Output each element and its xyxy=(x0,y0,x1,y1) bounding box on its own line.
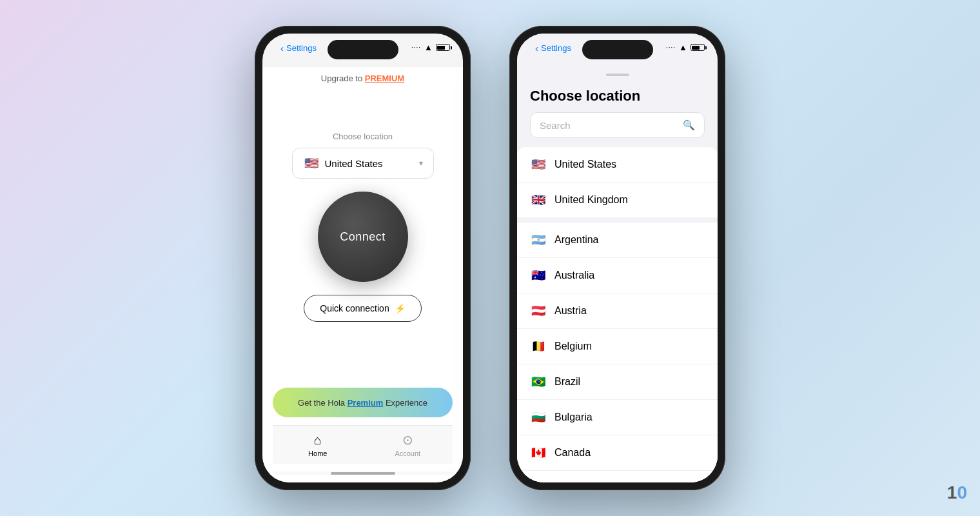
country-name-belgium: Belgium xyxy=(554,341,592,352)
country-name-austria: Austria xyxy=(554,305,587,317)
country-item-australia[interactable]: 🇦🇺 Australia xyxy=(517,258,718,293)
signal-bars-1: ···· xyxy=(411,44,421,51)
country-item-austria[interactable]: 🇦🇹 Austria xyxy=(517,293,718,329)
country-name-australia: Australia xyxy=(554,270,594,281)
lightning-icon: ⚡ xyxy=(395,303,406,313)
country-item-united-states[interactable]: 🇺🇸 United States xyxy=(517,147,718,183)
premium-label[interactable]: PREMIUM xyxy=(365,74,404,83)
dynamic-island-2 xyxy=(582,40,653,59)
upgrade-header: Upgrade to PREMIUM xyxy=(262,67,463,84)
flag-united-states: 🇺🇸 xyxy=(530,156,547,173)
wifi-icon-1: ▲ xyxy=(424,43,433,52)
home-icon: ⌂ xyxy=(314,433,322,448)
location-section: Choose location 🇺🇸 United States ▾ xyxy=(292,132,434,179)
watermark-dot: 0 xyxy=(957,482,967,502)
flag-united-kingdom: 🇬🇧 xyxy=(530,192,547,208)
flag-argentina: 🇦🇷 xyxy=(530,232,547,248)
wifi-icon-2: ▲ xyxy=(679,43,687,52)
search-icon: 🔍 xyxy=(683,119,695,131)
phone-1-footer: Get the Hola Premium Experience ⌂ Home ⊙… xyxy=(262,382,463,482)
all-countries: 🇦🇷 Argentina 🇦🇺 Australia 🇦🇹 Austria xyxy=(517,223,718,482)
country-name-argentina: Argentina xyxy=(554,234,599,246)
sheet-handle xyxy=(517,67,718,83)
country-item-united-kingdom[interactable]: 🇬🇧 United Kingdom xyxy=(517,183,718,217)
tab-home-label: Home xyxy=(308,450,327,457)
list-separator xyxy=(517,217,718,223)
premium-link[interactable]: Premium xyxy=(348,398,384,408)
battery-icon-1 xyxy=(436,44,450,51)
home-indicator-bar-1 xyxy=(331,472,395,475)
settings-back-label-1[interactable]: Settings xyxy=(286,43,317,53)
phone-1-main: Upgrade to PREMIUM Choose location 🇺🇸 Un… xyxy=(262,67,463,482)
quick-connection-button[interactable]: Quick connection ⚡ xyxy=(304,295,421,322)
flag-bulgaria: 🇧🇬 xyxy=(530,409,547,426)
country-item-bulgaria[interactable]: 🇧🇬 Bulgaria xyxy=(517,400,718,435)
pinned-countries: 🇺🇸 United States 🇬🇧 United Kingdom xyxy=(517,147,718,217)
choose-location-label: Choose location xyxy=(333,132,393,141)
quick-connection-label: Quick connection xyxy=(320,303,389,313)
dynamic-island-1 xyxy=(328,40,398,59)
phone-2-screen: ‹ Settings 16:23 ···· ▲ Choo xyxy=(517,34,718,482)
country-name-bulgaria: Bulgaria xyxy=(554,412,593,423)
premium-banner[interactable]: Get the Hola Premium Experience xyxy=(273,388,453,417)
search-bar[interactable]: Search 🔍 xyxy=(530,112,705,138)
back-arrow-2[interactable]: ‹ xyxy=(535,43,538,54)
banner-text: Get the Hola Premium Experience xyxy=(298,398,427,408)
selected-country: United States xyxy=(325,158,414,169)
flag-canada: 🇨🇦 xyxy=(530,444,547,461)
sheet-handle-bar xyxy=(606,74,629,76)
tab-account-label: Account xyxy=(395,450,420,457)
battery-icon-2 xyxy=(691,44,705,51)
flag-chile: 🇨🇱 xyxy=(530,480,547,482)
location-selector[interactable]: 🇺🇸 United States ▾ xyxy=(292,148,434,179)
country-name-united-kingdom: United Kingdom xyxy=(554,194,628,206)
flag-belgium: 🇧🇪 xyxy=(530,338,547,355)
back-arrow-1[interactable]: ‹ xyxy=(280,43,284,54)
watermark: 10 xyxy=(947,482,967,503)
search-placeholder: Search xyxy=(540,120,678,131)
connect-label: Connect xyxy=(340,230,386,244)
home-indicator-1 xyxy=(273,471,453,475)
country-name-united-states: United States xyxy=(554,159,616,170)
flag-austria: 🇦🇹 xyxy=(530,303,547,319)
phone-1-body: Choose location 🇺🇸 United States ▾ Conne… xyxy=(262,84,463,382)
selected-flag: 🇺🇸 xyxy=(303,155,320,172)
upgrade-label: Upgrade to PREMIUM xyxy=(321,74,404,83)
tab-bar: ⌂ Home ⊙ Account xyxy=(273,425,453,464)
flag-australia: 🇦🇺 xyxy=(530,267,547,284)
country-item-argentina[interactable]: 🇦🇷 Argentina xyxy=(517,223,718,258)
connect-button[interactable]: Connect xyxy=(318,192,408,282)
country-item-belgium[interactable]: 🇧🇪 Belgium xyxy=(517,329,718,364)
sheet-title: Choose location xyxy=(530,88,705,104)
country-name-brazil: Brazil xyxy=(554,376,580,388)
phone-2: ‹ Settings 16:23 ···· ▲ Choo xyxy=(509,26,725,490)
phone-1: ‹ Settings 16:23 ···· ▲ Upgrade to PREMI… xyxy=(255,26,471,490)
location-list[interactable]: 🇺🇸 United States 🇬🇧 United Kingdom 🇦🇷 xyxy=(517,147,718,482)
phone-1-screen: ‹ Settings 16:23 ···· ▲ Upgrade to PREMI… xyxy=(262,34,463,482)
tab-home[interactable]: ⌂ Home xyxy=(273,426,363,464)
flag-brazil: 🇧🇷 xyxy=(530,373,547,390)
chevron-down-icon: ▾ xyxy=(419,159,423,168)
country-name-canada: Canada xyxy=(554,447,591,459)
sheet-header: Choose location Search 🔍 xyxy=(517,83,718,147)
country-item-brazil[interactable]: 🇧🇷 Brazil xyxy=(517,364,718,400)
signal-bars-2: ···· xyxy=(666,44,676,51)
country-item-chile[interactable]: 🇨🇱 Chile xyxy=(517,471,718,482)
settings-back-label-2[interactable]: Settings xyxy=(541,43,571,53)
phone-2-main: Choose location Search 🔍 🇺🇸 United State… xyxy=(517,67,718,482)
account-icon: ⊙ xyxy=(402,432,413,448)
tab-account[interactable]: ⊙ Account xyxy=(363,426,453,464)
country-item-canada[interactable]: 🇨🇦 Canada xyxy=(517,435,718,471)
